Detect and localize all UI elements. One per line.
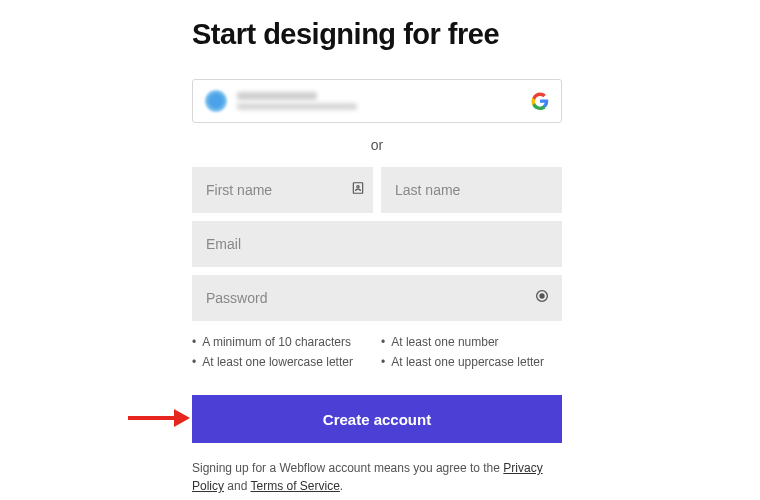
terms-of-service-link[interactable]: Terms of Service [251, 479, 340, 493]
page-title: Start designing for free [192, 18, 562, 51]
divider-or: or [192, 137, 562, 153]
legal-suffix: . [340, 479, 343, 493]
password-req-item: At least one uppercase letter [381, 355, 562, 369]
password-req-item: A minimum of 10 characters [192, 335, 373, 349]
password-req-item: At least one lowercase letter [192, 355, 373, 369]
google-account-text [237, 92, 531, 110]
email-input[interactable] [192, 221, 562, 267]
svg-marker-5 [174, 409, 190, 427]
legal-prefix: Signing up for a Webflow account means y… [192, 461, 503, 475]
google-logo-icon [531, 92, 549, 110]
legal-text: Signing up for a Webflow account means y… [192, 459, 562, 495]
google-signin-button[interactable] [192, 79, 562, 123]
first-name-input[interactable] [192, 167, 373, 213]
annotation-arrow-icon [126, 406, 190, 430]
legal-and: and [224, 479, 250, 493]
password-requirements: A minimum of 10 characters At least one … [192, 335, 562, 369]
last-name-input[interactable] [381, 167, 562, 213]
password-req-item: At least one number [381, 335, 562, 349]
signup-form: Start designing for free or [192, 0, 562, 495]
password-input[interactable] [192, 275, 562, 321]
create-account-button[interactable]: Create account [192, 395, 562, 443]
google-avatar-icon [205, 90, 227, 112]
